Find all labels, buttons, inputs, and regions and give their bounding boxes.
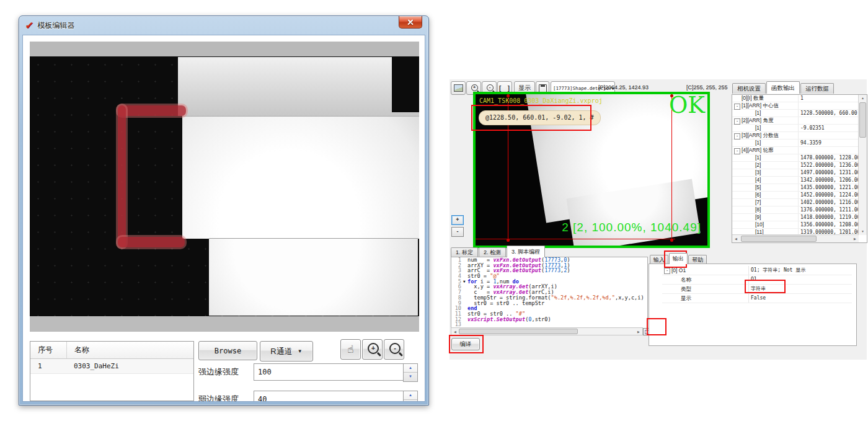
scroll-up-icon[interactable]: ▲: [859, 95, 867, 102]
stepper-up-icon[interactable]: ▲: [404, 364, 417, 373]
window-content: 序号 名称 10303_DaHeZi Browse R通道 ▼ ☝ + - 强边…: [22, 35, 425, 402]
image-button[interactable]: [451, 81, 466, 95]
pick-tool-button[interactable]: ☝: [340, 339, 361, 360]
param-label: 弱边缘强度: [198, 394, 239, 402]
tree-row[interactable]: -[3][ARR] 分数值: [732, 132, 859, 140]
scrollbar-thumb[interactable]: [459, 329, 578, 334]
compile-button[interactable]: 编译: [451, 338, 480, 350]
tree-value: 94.3359: [800, 140, 822, 146]
tab-2. 检测[interactable]: 2. 检测: [479, 247, 506, 257]
tab-输出[interactable]: 输出: [669, 253, 688, 264]
props-row[interactable]: 类型字符串: [662, 285, 852, 294]
code-line: 13: [451, 322, 647, 327]
tab-3. 脚本编程[interactable]: 3. 脚本编程: [507, 246, 545, 257]
properties-table: -[0] O1O1; 字符串; Not 显示名称O1类型字符串显示False: [662, 266, 852, 303]
stepper-down-icon[interactable]: ▼: [404, 373, 417, 381]
tab-运行数据[interactable]: 运行数据: [800, 83, 834, 94]
tree-row[interactable]: [7]1402.000000, 1216.00: [732, 199, 859, 206]
tree-row[interactable]: [4]1342.000000, 1206.00: [732, 177, 859, 184]
vertical-scrollbar[interactable]: ▲ ▼: [858, 95, 867, 235]
tree-label: [4]: [755, 177, 761, 184]
collapse-icon[interactable]: -: [734, 148, 740, 154]
code-segment: vxFxn.GetOutput: [493, 268, 541, 273]
collapse-icon[interactable]: -: [664, 268, 670, 274]
table-row[interactable]: 10303_DaHeZi: [30, 359, 193, 374]
image-icon: [454, 84, 463, 92]
props-label: 名称: [681, 275, 691, 284]
add-output-button[interactable]: +: [451, 215, 464, 225]
collapse-icon[interactable]: -: [734, 133, 740, 140]
tab-输入[interactable]: 输入: [650, 255, 668, 264]
tab-帮助[interactable]: 帮助: [688, 255, 707, 264]
zoom-in-icon: +: [471, 84, 478, 91]
tree-row[interactable]: [1]1478.000000, 1228.00: [732, 154, 859, 162]
collapse-icon[interactable]: -: [734, 104, 740, 110]
code-line: 12vxScript.SetOutput(0,str0): [451, 317, 647, 322]
tree-row[interactable]: [1]94.3359: [732, 140, 859, 147]
collapse-icon[interactable]: -: [734, 118, 740, 125]
tree-value: 1342.000000, 1206.00: [800, 177, 859, 184]
stepper-down-icon[interactable]: ▼: [404, 400, 417, 402]
browse-button[interactable]: Browse: [198, 341, 257, 360]
tree-row[interactable]: [2]1522.000000, 1236.00: [732, 162, 859, 169]
close-button[interactable]: [399, 16, 422, 29]
tree-row[interactable]: [0][I] 数量1: [732, 95, 859, 102]
tree-value: 1402.000000, 1216.00: [800, 199, 859, 206]
scrollbar-thumb[interactable]: [859, 102, 866, 138]
line-number: 13: [451, 322, 461, 327]
scroll-right-icon[interactable]: ▶: [635, 328, 642, 335]
tab-函数输出[interactable]: 函数输出: [766, 81, 800, 94]
title-bar[interactable]: ✔ 模板编辑器: [19, 16, 428, 35]
fold-marker-icon: ▼: [463, 279, 467, 285]
tree-row[interactable]: -[4][ARR] 轮廓: [732, 147, 859, 154]
tree-row[interactable]: [1]1228.500000, 660.00: [732, 110, 859, 117]
props-row[interactable]: 名称O1: [662, 275, 852, 285]
zoom-in-button[interactable]: +: [362, 339, 383, 360]
hand-icon: ☝: [347, 344, 353, 355]
scroll-right-icon[interactable]: ▶: [851, 235, 859, 242]
scroll-down-icon[interactable]: ▼: [859, 228, 867, 235]
app-logo-icon: ✔: [25, 19, 34, 31]
tree-row[interactable]: [8]1376.000000, 1211.00: [732, 206, 859, 214]
param-input[interactable]: 40: [254, 391, 407, 402]
template-image-view[interactable]: [30, 42, 419, 332]
param-stepper[interactable]: ▲▼: [403, 363, 418, 382]
row-number: 1: [30, 359, 66, 373]
fold-spacer: [463, 263, 467, 268]
stepper-up-icon[interactable]: ▲: [404, 391, 417, 400]
tree-label: [3][ARR] 分数值: [742, 132, 779, 139]
remove-output-button[interactable]: -: [451, 227, 464, 237]
scrollbar-thumb[interactable]: [741, 236, 817, 242]
zoom-out-button[interactable]: -: [384, 339, 404, 360]
tree-value: 1497.000000, 1231.00: [800, 169, 859, 176]
props-row[interactable]: 显示False: [662, 294, 852, 303]
tree-label: [1]: [755, 140, 761, 146]
scroll-left-icon[interactable]: ◀: [732, 235, 740, 242]
code-horizontal-scrollbar[interactable]: ◀ ▶: [451, 327, 643, 335]
tree-label: [1][ARR] 中心值: [742, 102, 779, 109]
scroll-left-icon[interactable]: ◀: [451, 328, 459, 335]
tab-相机设置[interactable]: 相机设置: [732, 83, 766, 94]
tree-row[interactable]: -[2][ARR] 角度: [732, 117, 859, 125]
tree-value: 1228.500000, 660.00: [800, 110, 857, 117]
code-segment: ): [567, 268, 570, 273]
param-input[interactable]: 100: [254, 363, 407, 381]
run-image-view[interactable]: CAM1_TSK008_0303_DaXiangZi.vxproj @1228.…: [473, 92, 710, 248]
tree-row[interactable]: [1]-9.02351: [732, 125, 859, 132]
param-stepper[interactable]: ▲▼: [403, 391, 418, 402]
tree-row[interactable]: -[1][ARR] 中心值: [732, 102, 859, 110]
code-editor[interactable]: 1num = vxFxn.GetOutput(17773,0)2arrXY = …: [451, 257, 648, 329]
tree-row[interactable]: [6]1452.000000, 1224.00: [732, 192, 859, 199]
channel-dropdown[interactable]: R通道 ▼: [260, 341, 313, 361]
tab-1. 标定[interactable]: 1. 标定: [451, 247, 478, 257]
tree-row[interactable]: [5]1435.000000, 1221.00: [732, 184, 859, 192]
tree-row[interactable]: [9]1418.000000, 1219.00: [732, 214, 859, 221]
tree-row[interactable]: [3]1497.000000, 1231.00: [732, 169, 859, 177]
run-camera-image: CAM1_TSK008_0303_DaXiangZi.vxproj @1228.…: [476, 94, 707, 246]
template-list[interactable]: 序号 名称 10303_DaHeZi: [30, 341, 194, 401]
color-value-readout: [C]255, 255, 255: [686, 84, 728, 91]
tree-row[interactable]: [10]1356.000000, 1208.00: [732, 221, 859, 229]
props-root-row[interactable]: -[0] O1O1; 字符串; Not 显示: [662, 266, 852, 275]
horizontal-scrollbar[interactable]: ◀ ▶: [732, 234, 859, 242]
window-title: 模板编辑器: [38, 20, 75, 31]
